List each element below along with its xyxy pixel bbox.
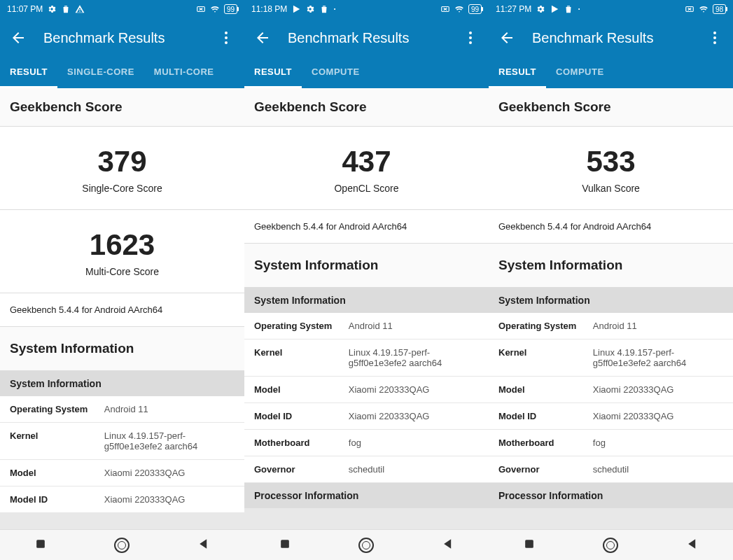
menu-icon[interactable] (218, 29, 235, 46)
nav-home-icon[interactable] (114, 538, 130, 553)
sysinfo-header: System Information (244, 244, 489, 288)
score-block: 437OpenCL Score (244, 127, 489, 210)
tab-result[interactable]: RESULT (244, 57, 302, 88)
back-icon[interactable] (498, 29, 515, 46)
sysinfo-subheader: System Information (244, 288, 489, 313)
app-header: Benchmark Results (489, 18, 733, 57)
status-time: 11:18 PM (251, 4, 287, 14)
info-row: Governorschedutil (489, 456, 733, 483)
nav-recent-icon[interactable] (34, 537, 48, 554)
svg-point-13 (713, 41, 716, 44)
content-area[interactable]: Geekbench Score533Vulkan ScoreGeekbench … (489, 88, 733, 529)
score-header: Geekbench Score (244, 88, 489, 127)
info-key: Model (254, 384, 349, 395)
info-value: Linux 4.19.157-perf-g5ff0e1e3efe2 aarch6… (349, 347, 479, 368)
svg-point-6 (469, 31, 472, 34)
info-row: Model IDXiaomi 220333QAG (244, 403, 489, 430)
status-time: 11:07 PM (7, 4, 43, 14)
menu-icon[interactable] (462, 29, 479, 46)
nav-back-icon[interactable] (197, 537, 211, 554)
status-bar: 11:18 PM·99 (244, 0, 489, 18)
back-icon[interactable] (10, 29, 27, 46)
info-row: Motherboardfog (244, 430, 489, 456)
tab-result[interactable]: RESULT (489, 57, 546, 88)
info-row: Motherboardfog (489, 430, 733, 456)
battery-indicator: 98 (713, 4, 726, 14)
score-label: Vulkan Score (489, 183, 733, 194)
nav-back-icon[interactable] (685, 537, 699, 554)
sysinfo-subheader: System Information (489, 288, 733, 313)
tab-result[interactable]: RESULT (0, 57, 57, 88)
status-bar: 11:07 PM99 (0, 0, 244, 18)
info-value: Xiaomi 220333QAG (593, 384, 723, 395)
score-value: 437 (244, 145, 489, 178)
nav-home-icon[interactable] (603, 538, 618, 553)
info-key: Model ID (254, 411, 349, 421)
version-text: Geekbench 5.4.4 for Android AArch64 (0, 293, 244, 327)
content-area[interactable]: Geekbench Score437OpenCL ScoreGeekbench … (244, 88, 489, 529)
processor-subheader: Processor Information (244, 483, 489, 508)
info-value: Xiaomi 220333QAG (349, 384, 479, 395)
tab-bar: RESULTSINGLE-COREMULTI-CORE (0, 57, 244, 88)
score-header: Geekbench Score (0, 88, 244, 127)
nav-bar (0, 529, 244, 560)
nav-back-icon[interactable] (441, 537, 455, 554)
info-value: schedutil (349, 464, 479, 475)
battery-indicator: 99 (224, 4, 237, 14)
nav-recent-icon[interactable] (278, 537, 292, 554)
info-value: schedutil (593, 464, 723, 475)
info-key: Model ID (10, 494, 104, 505)
page-title: Benchmark Results (288, 30, 462, 46)
info-key: Model (498, 384, 593, 395)
info-value: Xiaomi 220333QAG (593, 411, 723, 421)
info-key: Motherboard (498, 438, 593, 448)
svg-point-3 (225, 41, 228, 44)
nav-bar (489, 529, 733, 560)
sysinfo-header: System Information (0, 327, 244, 371)
info-row: Operating SystemAndroid 11 (0, 396, 244, 423)
nav-recent-icon[interactable] (522, 537, 536, 554)
page-title: Benchmark Results (532, 30, 706, 46)
tab-compute[interactable]: COMPUTE (302, 57, 370, 88)
sysinfo-subheader: System Information (0, 371, 244, 396)
tab-multi-core[interactable]: MULTI-CORE (144, 57, 224, 88)
info-key: Kernel (498, 347, 593, 368)
info-key: Kernel (254, 347, 349, 368)
info-row: KernelLinux 4.19.157-perf-g5ff0e1e3efe2 … (244, 340, 489, 377)
info-value: fog (349, 438, 479, 448)
sysinfo-header: System Information (489, 244, 733, 288)
info-value: Android 11 (349, 321, 479, 331)
svg-point-1 (225, 31, 228, 34)
info-value: Xiaomi 220333QAG (104, 494, 235, 505)
version-text: Geekbench 5.4.4 for Android AArch64 (244, 210, 489, 244)
tab-single-core[interactable]: SINGLE-CORE (57, 57, 144, 88)
info-value: fog (593, 438, 723, 448)
info-key: Operating System (498, 321, 593, 331)
info-key: Motherboard (254, 438, 349, 448)
score-label: OpenCL Score (244, 183, 489, 194)
version-text: Geekbench 5.4.4 for Android AArch64 (489, 210, 733, 244)
processor-subheader: Processor Information (489, 483, 733, 508)
svg-point-2 (225, 36, 228, 39)
score-block: 1623Multi-Core Score (0, 210, 244, 293)
info-key: Governor (254, 464, 349, 475)
info-row: Model IDXiaomi 220333QAG (0, 486, 244, 513)
svg-point-8 (469, 41, 472, 44)
info-value: Linux 4.19.157-perf-g5ff0e1e3efe2 aarch6… (104, 430, 235, 451)
svg-rect-4 (36, 540, 45, 548)
score-value: 533 (489, 145, 733, 178)
nav-home-icon[interactable] (358, 538, 374, 553)
svg-rect-14 (525, 540, 533, 548)
content-area[interactable]: Geekbench Score379Single-Core Score1623M… (0, 88, 244, 529)
tab-bar: RESULTCOMPUTE (489, 57, 733, 88)
tab-compute[interactable]: COMPUTE (546, 57, 614, 88)
score-label: Single-Core Score (0, 183, 244, 194)
info-value: Android 11 (104, 404, 235, 414)
info-key: Model ID (498, 411, 593, 421)
info-key: Governor (498, 464, 593, 475)
app-header: Benchmark Results (0, 18, 244, 57)
info-value: Android 11 (593, 321, 723, 331)
back-icon[interactable] (254, 29, 271, 46)
menu-icon[interactable] (706, 29, 723, 46)
info-row: Operating SystemAndroid 11 (244, 313, 489, 340)
